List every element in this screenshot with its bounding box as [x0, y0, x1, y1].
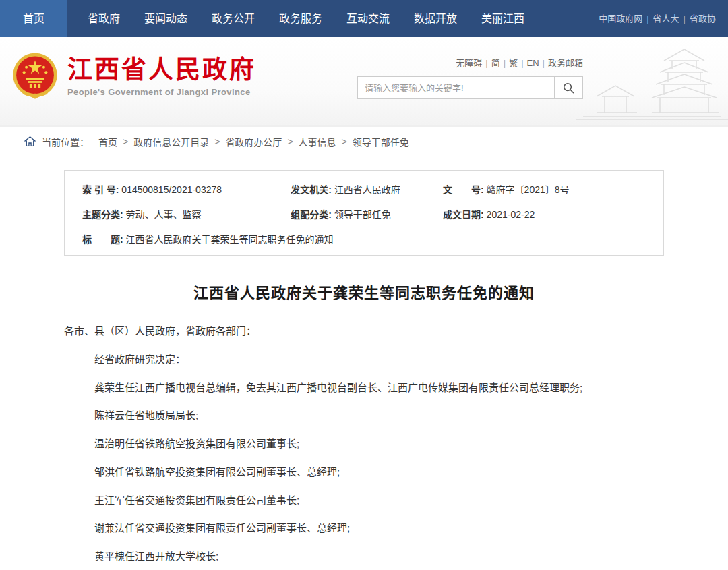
nav-item-provincial-government[interactable]: 省政府: [75, 0, 132, 37]
divider: |: [645, 13, 650, 24]
national-emblem-icon: [12, 52, 58, 102]
utility-links: 无障碍|简|繁|EN|政务邮箱: [357, 56, 583, 69]
article-paragraph: 经省政府研究决定：: [64, 353, 664, 366]
document-meta-box: 索 引 号: 014500815/2021-03278 发文机关: 江西省人民政…: [64, 170, 664, 256]
divider: |: [500, 58, 509, 68]
breadcrumb-item-leader-appointments[interactable]: 领导干部任免: [353, 135, 409, 148]
article-paragraph: 邹洪任省铁路航空投资集团有限公司副董事长、总经理;: [64, 466, 664, 479]
divider: |: [518, 58, 526, 68]
nav-item-news[interactable]: 要闻动态: [132, 0, 200, 37]
site-title-block: 江西省人民政府 People's Government of Jiangxi P…: [67, 57, 256, 98]
link-china-gov-net[interactable]: 中国政府网: [596, 13, 645, 24]
meta-issuing-authority: 发文机关: 江西省人民政府: [291, 182, 443, 196]
pavilion-sketch-decoration: [576, 37, 728, 125]
breadcrumb-separator: >: [117, 136, 133, 147]
article-paragraph: 陈祥云任省地质局局长;: [64, 409, 664, 422]
article-paragraph: 龚荣生任江西广播电视台总编辑，免去其江西广播电视台副台长、江西广电传媒集团有限责…: [64, 382, 664, 395]
search-bar: [357, 76, 583, 99]
link-traditional-chinese[interactable]: 繁: [509, 58, 518, 68]
link-accessibility[interactable]: 无障碍: [456, 58, 482, 68]
search-input[interactable]: [358, 77, 554, 98]
breadcrumb-item-general-office[interactable]: 省政府办公厅: [225, 135, 282, 148]
meta-index-number: 索 引 号: 014500815/2021-03278: [82, 182, 291, 196]
breadcrumb-label: 当前位置：: [42, 135, 89, 148]
breadcrumb-item-disclosure-catalog[interactable]: 政府信息公开目录: [133, 135, 209, 148]
breadcrumb-item-home[interactable]: 首页: [98, 135, 117, 148]
link-english[interactable]: EN: [527, 58, 539, 68]
article-body: 各市、县（区）人民政府，省政府各部门： 经省政府研究决定： 龚荣生任江西广播电视…: [64, 317, 664, 570]
header-right-tools: 无障碍|简|繁|EN|政务邮箱: [357, 56, 583, 99]
main-content: 索 引 号: 014500815/2021-03278 发文机关: 江西省人民政…: [0, 156, 728, 570]
site-title: 江西省人民政府: [67, 57, 256, 84]
article-paragraph: 王江军任省交通投资集团有限责任公司董事长;: [64, 494, 664, 507]
link-provincial-peoples-congress[interactable]: 省人大: [650, 13, 682, 24]
nav-item-gov-services[interactable]: 政务服务: [267, 0, 334, 37]
meta-document-number: 文 号: 赣府字〔2021〕8号: [443, 182, 646, 196]
breadcrumb-item-personnel-info[interactable]: 人事信息: [299, 135, 336, 148]
nav-item-open-data[interactable]: 数据开放: [402, 0, 469, 37]
site-header: 江西省人民政府 People's Government of Jiangxi P…: [0, 37, 728, 127]
article-paragraph: 谢兼法任省交通投资集团有限责任公司副董事长、总经理;: [64, 522, 664, 535]
article-paragraph: 温治明任省铁路航空投资集团有限公司董事长;: [64, 438, 664, 451]
divider: |: [482, 58, 491, 68]
nav-item-gov-disclosure[interactable]: 政务公开: [200, 0, 267, 37]
breadcrumb: 当前位置： 首页 > 政府信息公开目录 > 省政府办公厅 > 人事信息 > 领导…: [0, 127, 728, 156]
meta-document-title: 标 题: 江西省人民政府关于龚荣生等同志职务任免的通知: [82, 232, 646, 246]
article-title: 江西省人民政府关于龚荣生等同志职务任免的通知: [64, 281, 664, 302]
site-title-english: People's Government of Jiangxi Province: [67, 87, 256, 97]
nav-item-beautiful-jiangxi[interactable]: 美丽江西: [469, 0, 537, 37]
meta-issue-date: 成文日期: 2021-02-22: [443, 207, 646, 221]
divider: |: [682, 13, 687, 24]
top-navigation-bar: 首页 省政府 要闻动态 政务公开 政务服务 互动交流 数据开放 美丽江西 中国政…: [0, 0, 728, 37]
meta-topic-category: 主题分类: 劳动、人事、监察: [82, 207, 291, 221]
home-icon: [24, 136, 36, 147]
article-paragraph: 黄平槐任江西开放大学校长;: [64, 550, 664, 563]
link-simplified-chinese[interactable]: 简: [491, 58, 500, 68]
breadcrumb-separator: >: [336, 136, 353, 147]
meta-group-category: 组配分类: 领导干部任免: [291, 207, 443, 221]
nav-item-interaction[interactable]: 互动交流: [334, 0, 402, 37]
top-right-links: 中国政府网|省人大|省政协: [596, 0, 728, 37]
breadcrumb-separator: >: [282, 136, 298, 147]
nav-item-home[interactable]: 首页: [0, 0, 67, 37]
site-logo[interactable]: 江西省人民政府 People's Government of Jiangxi P…: [12, 52, 256, 102]
article-paragraph: 各市、县（区）人民政府，省政府各部门：: [64, 325, 664, 338]
divider: |: [539, 58, 548, 68]
breadcrumb-separator: >: [209, 136, 225, 147]
link-provincial-cppcc[interactable]: 省政协: [687, 13, 719, 24]
search-icon: [562, 82, 575, 94]
